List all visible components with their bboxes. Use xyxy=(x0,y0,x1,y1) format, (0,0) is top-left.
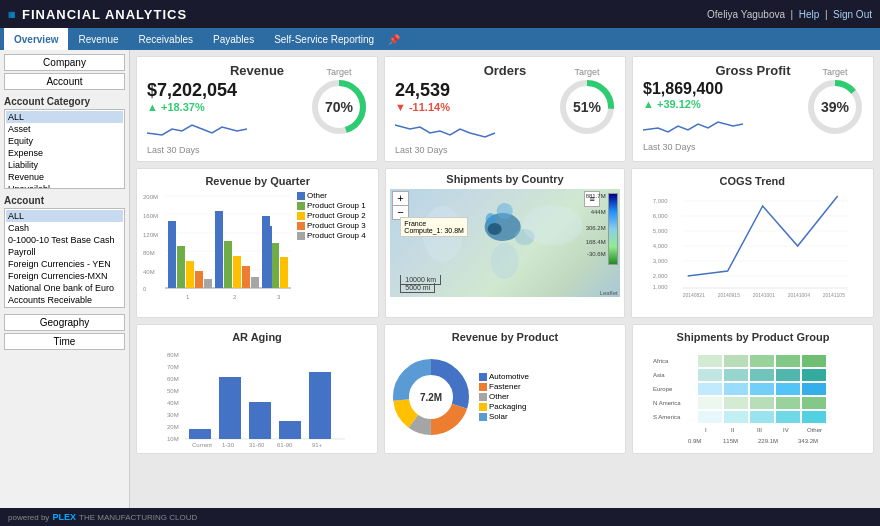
sidebar-category-section: Account Category ALL Asset Equity Expens… xyxy=(4,96,125,189)
footer: powered by PLEX THE MANUFACTURING CLOUD xyxy=(0,508,880,526)
svg-text:Other: Other xyxy=(807,427,822,433)
list-item[interactable]: Cash xyxy=(6,222,123,234)
tab-revenue[interactable]: Revenue xyxy=(68,28,128,50)
list-item[interactable]: Accounts Receivable xyxy=(6,294,123,306)
gross-profit-sparkline xyxy=(643,112,743,136)
svg-text:1: 1 xyxy=(186,294,190,300)
list-item[interactable]: National One bank of Euro xyxy=(6,282,123,294)
app-title: FINANCIAL ANALYTICS xyxy=(22,7,187,22)
svg-rect-108 xyxy=(724,397,748,409)
svg-rect-19 xyxy=(177,246,185,288)
svg-text:III: III xyxy=(757,427,762,433)
plex-logo: ▦ xyxy=(8,10,16,19)
list-item[interactable]: ALL xyxy=(6,210,123,222)
pin-icon: 📌 xyxy=(388,34,400,45)
svg-rect-113 xyxy=(724,411,748,423)
svg-text:7,000: 7,000 xyxy=(652,198,668,204)
svg-rect-97 xyxy=(698,369,722,381)
cogs-chart-body: 7,000 6,000 5,000 4,000 3,000 2,000 1,00… xyxy=(638,191,867,299)
tab-self-service[interactable]: Self-Service Reporting xyxy=(264,28,384,50)
svg-rect-75 xyxy=(309,372,331,439)
svg-text:20140915: 20140915 xyxy=(717,292,739,298)
list-item[interactable]: Revenue xyxy=(6,171,123,183)
list-item[interactable]: Expense xyxy=(6,147,123,159)
svg-text:0: 0 xyxy=(143,286,147,292)
svg-text:20141105: 20141105 xyxy=(822,292,844,298)
list-item[interactable]: Asset xyxy=(6,123,123,135)
list-item[interactable]: Liability xyxy=(6,159,123,171)
svg-rect-115 xyxy=(776,411,800,423)
legend-item: Solar xyxy=(479,412,529,421)
list-item[interactable]: Foreign Currencies - YEN xyxy=(6,258,123,270)
list-item[interactable]: Equity xyxy=(6,135,123,147)
legend-item: Product Group 2 xyxy=(297,211,366,220)
legend-item: Packaging xyxy=(479,402,529,411)
revenue-gauge: 70% xyxy=(309,77,369,137)
signout-link[interactable]: Sign Out xyxy=(833,9,872,20)
footer-tagline: THE MANUFACTURING CLOUD xyxy=(79,513,197,522)
tab-receivables[interactable]: Receivables xyxy=(129,28,203,50)
legend-item: Product Group 1 xyxy=(297,201,366,210)
account-list[interactable]: ALL Cash 0-1000-10 Test Base Cash Payrol… xyxy=(4,208,125,308)
svg-point-37 xyxy=(497,203,513,219)
username: Ofeliya Yagubova xyxy=(707,9,785,20)
svg-rect-114 xyxy=(750,411,774,423)
revenue-by-product-card: Revenue by Product 7.2M xyxy=(384,324,626,454)
shipments-by-product-group-title: Shipments by Product Group xyxy=(639,331,867,343)
svg-text:80M: 80M xyxy=(143,250,155,256)
list-item[interactable]: Unavailabl xyxy=(6,183,123,189)
account-label: Account xyxy=(4,195,125,206)
bottom-charts-row: AR Aging 80M 70M 60M 50M 40M 30M 20M 10M xyxy=(136,324,874,454)
heatmap-body: Africa Asia Europe N America S America xyxy=(639,347,867,447)
footer-brand: PLEX xyxy=(52,512,76,522)
svg-rect-21 xyxy=(195,271,203,288)
geography-button[interactable]: Geography xyxy=(4,314,125,331)
list-item[interactable]: 0-1000-10 Test Base Cash xyxy=(6,234,123,246)
list-item[interactable]: Inter-company AR xyxy=(6,306,123,308)
colorbar-labels: 881.7M 444M 306.2M 168.4M -30.6M xyxy=(586,193,606,257)
account-button[interactable]: Account xyxy=(4,73,125,90)
svg-text:2: 2 xyxy=(233,294,237,300)
svg-text:20141001: 20141001 xyxy=(752,292,774,298)
colorbar xyxy=(608,193,618,265)
sidebar-account-section: Account ALL Cash 0-1000-10 Test Base Cas… xyxy=(4,195,125,308)
svg-text:115M: 115M xyxy=(723,438,738,444)
svg-text:5,000: 5,000 xyxy=(652,228,668,234)
tab-overview[interactable]: Overview xyxy=(4,28,68,50)
svg-rect-30 xyxy=(280,257,288,288)
tab-payables[interactable]: Payables xyxy=(203,28,264,50)
svg-text:I: I xyxy=(705,427,707,433)
svg-text:Europe: Europe xyxy=(653,386,673,392)
svg-text:S America: S America xyxy=(653,414,681,420)
svg-rect-100 xyxy=(776,369,800,381)
kpi-gross-profit-inner: $1,869,400 ▲ +39.12% Last 30 Days Target xyxy=(643,80,863,152)
time-button[interactable]: Time xyxy=(4,333,125,350)
svg-rect-102 xyxy=(698,383,722,395)
svg-text:10M: 10M xyxy=(167,436,179,442)
help-link[interactable]: Help xyxy=(799,9,820,20)
kpi-revenue: Revenue $7,202,054 ▲ +18.37% Last 30 Day… xyxy=(136,56,378,162)
svg-text:50M: 50M xyxy=(167,388,179,394)
revenue-by-quarter-card: Revenue by Quarter 200M 160M 120M 80M 40… xyxy=(136,168,379,318)
cogs-line-chart: 7,000 6,000 5,000 4,000 3,000 2,000 1,00… xyxy=(638,191,867,299)
shipments-by-country-title: Shipments by Country xyxy=(390,173,619,185)
kpi-revenue-target: Target 70% xyxy=(309,67,369,137)
company-button[interactable]: Company xyxy=(4,54,125,71)
svg-text:120M: 120M xyxy=(143,232,158,238)
svg-text:40M: 40M xyxy=(143,269,155,275)
main-content: Company Account Account Category ALL Ass… xyxy=(0,50,880,508)
svg-rect-73 xyxy=(249,402,271,439)
svg-text:1-30: 1-30 xyxy=(222,442,235,448)
list-item[interactable]: Foreign Currencies-MXN xyxy=(6,270,123,282)
svg-rect-96 xyxy=(802,355,826,367)
account-category-list[interactable]: ALL Asset Equity Expense Liability Reven… xyxy=(4,109,125,189)
kpi-gross-profit: Gross Profit $1,869,400 ▲ +39.12% Last 3… xyxy=(632,56,874,162)
svg-text:N America: N America xyxy=(653,400,681,406)
svg-rect-24 xyxy=(224,241,232,288)
map-zoom-in[interactable]: + xyxy=(392,191,408,206)
orders-sparkline xyxy=(395,115,495,139)
list-item[interactable]: ALL xyxy=(6,111,123,123)
list-item[interactable]: Payroll xyxy=(6,246,123,258)
svg-text:60M: 60M xyxy=(167,376,179,382)
legend-item: Other xyxy=(297,191,366,200)
